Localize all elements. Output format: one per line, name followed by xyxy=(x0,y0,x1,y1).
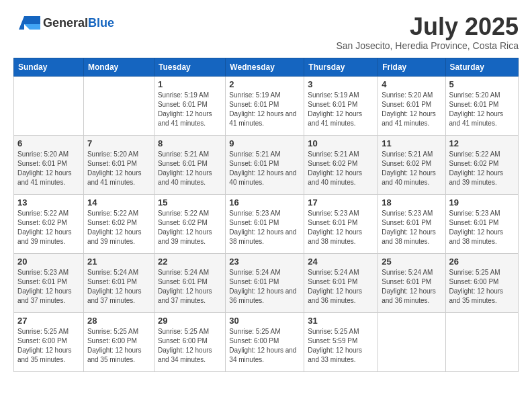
day-number: 29 xyxy=(158,316,222,326)
calendar-cell: 7Sunrise: 5:20 AM Sunset: 6:01 PM Daylig… xyxy=(83,135,154,194)
calendar-cell: 3Sunrise: 5:19 AM Sunset: 6:01 PM Daylig… xyxy=(304,76,378,135)
day-info: Sunrise: 5:21 AM Sunset: 6:01 PM Dayligh… xyxy=(229,150,300,187)
header-cell-tuesday: Tuesday xyxy=(154,58,225,76)
day-number: 15 xyxy=(158,197,222,208)
svg-marker-0 xyxy=(24,16,40,24)
calendar-cell: 27Sunrise: 5:25 AM Sunset: 6:00 PM Dayli… xyxy=(14,312,84,371)
month-title: July 2025 xyxy=(336,13,519,40)
calendar-cell: 8Sunrise: 5:21 AM Sunset: 6:01 PM Daylig… xyxy=(154,135,225,194)
day-number: 3 xyxy=(308,79,374,89)
day-number: 14 xyxy=(87,197,150,208)
calendar-cell: 4Sunrise: 5:20 AM Sunset: 6:01 PM Daylig… xyxy=(378,76,445,135)
calendar-cell: 17Sunrise: 5:23 AM Sunset: 6:01 PM Dayli… xyxy=(304,194,378,253)
header-cell-saturday: Saturday xyxy=(445,58,519,76)
calendar-cell: 11Sunrise: 5:21 AM Sunset: 6:02 PM Dayli… xyxy=(378,135,445,194)
day-info: Sunrise: 5:21 AM Sunset: 6:02 PM Dayligh… xyxy=(308,150,374,187)
day-number: 27 xyxy=(17,316,80,326)
day-info: Sunrise: 5:25 AM Sunset: 6:00 PM Dayligh… xyxy=(449,268,515,306)
header-cell-thursday: Thursday xyxy=(304,58,378,76)
day-info: Sunrise: 5:22 AM Sunset: 6:02 PM Dayligh… xyxy=(158,209,222,246)
day-number: 13 xyxy=(17,197,80,208)
day-number: 26 xyxy=(449,257,515,267)
day-info: Sunrise: 5:25 AM Sunset: 6:00 PM Dayligh… xyxy=(87,327,150,365)
day-info: Sunrise: 5:24 AM Sunset: 6:01 PM Dayligh… xyxy=(382,268,441,306)
location-subtitle: San Josecito, Heredia Province, Costa Ri… xyxy=(336,40,519,51)
day-number: 17 xyxy=(308,197,374,208)
day-number: 24 xyxy=(308,257,374,267)
day-info: Sunrise: 5:20 AM Sunset: 6:01 PM Dayligh… xyxy=(382,91,441,128)
calendar-cell xyxy=(83,76,154,135)
day-info: Sunrise: 5:22 AM Sunset: 6:02 PM Dayligh… xyxy=(87,209,150,246)
header-cell-monday: Monday xyxy=(83,58,154,76)
calendar-cell: 5Sunrise: 5:20 AM Sunset: 6:01 PM Daylig… xyxy=(445,76,519,135)
calendar-cell: 29Sunrise: 5:25 AM Sunset: 6:00 PM Dayli… xyxy=(154,312,225,371)
day-info: Sunrise: 5:23 AM Sunset: 6:01 PM Dayligh… xyxy=(382,209,441,246)
logo-icon xyxy=(13,13,40,32)
day-info: Sunrise: 5:24 AM Sunset: 6:01 PM Dayligh… xyxy=(158,268,222,306)
header-cell-sunday: Sunday xyxy=(14,58,84,76)
calendar-cell: 15Sunrise: 5:22 AM Sunset: 6:02 PM Dayli… xyxy=(154,194,225,253)
calendar-cell: 2Sunrise: 5:19 AM Sunset: 6:01 PM Daylig… xyxy=(226,76,304,135)
day-number: 7 xyxy=(87,138,150,148)
day-info: Sunrise: 5:25 AM Sunset: 6:00 PM Dayligh… xyxy=(229,327,300,365)
day-number: 23 xyxy=(229,257,300,267)
header-cell-wednesday: Wednesday xyxy=(226,58,304,76)
calendar-cell: 6Sunrise: 5:20 AM Sunset: 6:01 PM Daylig… xyxy=(14,135,84,194)
calendar-cell: 12Sunrise: 5:22 AM Sunset: 6:02 PM Dayli… xyxy=(445,135,519,194)
day-info: Sunrise: 5:19 AM Sunset: 6:01 PM Dayligh… xyxy=(158,91,222,128)
logo-blue: Blue xyxy=(88,16,114,30)
svg-marker-1 xyxy=(24,24,40,30)
calendar-cell: 26Sunrise: 5:25 AM Sunset: 6:00 PM Dayli… xyxy=(445,253,519,312)
day-info: Sunrise: 5:22 AM Sunset: 6:02 PM Dayligh… xyxy=(449,150,515,187)
day-number: 28 xyxy=(87,316,150,326)
day-number: 30 xyxy=(229,316,300,326)
day-info: Sunrise: 5:24 AM Sunset: 6:01 PM Dayligh… xyxy=(308,268,374,306)
day-info: Sunrise: 5:23 AM Sunset: 6:01 PM Dayligh… xyxy=(449,209,515,246)
calendar-cell: 1Sunrise: 5:19 AM Sunset: 6:01 PM Daylig… xyxy=(154,76,225,135)
day-number: 12 xyxy=(449,138,515,148)
day-number: 5 xyxy=(449,79,515,89)
calendar-cell xyxy=(14,76,84,135)
calendar-cell: 30Sunrise: 5:25 AM Sunset: 6:00 PM Dayli… xyxy=(226,312,304,371)
day-number: 6 xyxy=(17,138,80,148)
day-info: Sunrise: 5:23 AM Sunset: 6:01 PM Dayligh… xyxy=(17,268,80,306)
calendar-header: SundayMondayTuesdayWednesdayThursdayFrid… xyxy=(14,58,519,76)
calendar-cell: 22Sunrise: 5:24 AM Sunset: 6:01 PM Dayli… xyxy=(154,253,225,312)
day-info: Sunrise: 5:23 AM Sunset: 6:01 PM Dayligh… xyxy=(229,209,300,246)
calendar-cell: 20Sunrise: 5:23 AM Sunset: 6:01 PM Dayli… xyxy=(14,253,84,312)
day-number: 4 xyxy=(382,79,441,89)
week-row-2: 13Sunrise: 5:22 AM Sunset: 6:02 PM Dayli… xyxy=(14,194,519,253)
calendar-cell: 31Sunrise: 5:25 AM Sunset: 5:59 PM Dayli… xyxy=(304,312,378,371)
page-header: GeneralBlue July 2025 San Josecito, Here… xyxy=(13,13,519,51)
week-row-3: 20Sunrise: 5:23 AM Sunset: 6:01 PM Dayli… xyxy=(14,253,519,312)
day-info: Sunrise: 5:20 AM Sunset: 6:01 PM Dayligh… xyxy=(87,150,150,187)
day-number: 16 xyxy=(229,197,300,208)
day-info: Sunrise: 5:20 AM Sunset: 6:01 PM Dayligh… xyxy=(17,150,80,187)
calendar-cell: 28Sunrise: 5:25 AM Sunset: 6:00 PM Dayli… xyxy=(83,312,154,371)
calendar-cell: 13Sunrise: 5:22 AM Sunset: 6:02 PM Dayli… xyxy=(14,194,84,253)
calendar-table: SundayMondayTuesdayWednesdayThursdayFrid… xyxy=(13,58,519,372)
logo: GeneralBlue xyxy=(13,13,114,32)
calendar-cell: 10Sunrise: 5:21 AM Sunset: 6:02 PM Dayli… xyxy=(304,135,378,194)
day-info: Sunrise: 5:20 AM Sunset: 6:01 PM Dayligh… xyxy=(449,91,515,128)
calendar-cell: 19Sunrise: 5:23 AM Sunset: 6:01 PM Dayli… xyxy=(445,194,519,253)
day-number: 22 xyxy=(158,257,222,267)
day-info: Sunrise: 5:21 AM Sunset: 6:02 PM Dayligh… xyxy=(382,150,441,187)
header-cell-friday: Friday xyxy=(378,58,445,76)
day-info: Sunrise: 5:19 AM Sunset: 6:01 PM Dayligh… xyxy=(229,91,300,128)
calendar-body: 1Sunrise: 5:19 AM Sunset: 6:01 PM Daylig… xyxy=(14,76,519,371)
calendar-cell: 16Sunrise: 5:23 AM Sunset: 6:01 PM Dayli… xyxy=(226,194,304,253)
calendar-cell xyxy=(378,312,445,371)
week-row-4: 27Sunrise: 5:25 AM Sunset: 6:00 PM Dayli… xyxy=(14,312,519,371)
day-number: 31 xyxy=(308,316,374,326)
logo-general: General xyxy=(43,16,88,30)
calendar-cell: 9Sunrise: 5:21 AM Sunset: 6:01 PM Daylig… xyxy=(226,135,304,194)
calendar-cell: 23Sunrise: 5:24 AM Sunset: 6:01 PM Dayli… xyxy=(226,253,304,312)
day-number: 18 xyxy=(382,197,441,208)
day-info: Sunrise: 5:25 AM Sunset: 6:00 PM Dayligh… xyxy=(17,327,80,365)
calendar-cell: 18Sunrise: 5:23 AM Sunset: 6:01 PM Dayli… xyxy=(378,194,445,253)
calendar-cell: 14Sunrise: 5:22 AM Sunset: 6:02 PM Dayli… xyxy=(83,194,154,253)
week-row-0: 1Sunrise: 5:19 AM Sunset: 6:01 PM Daylig… xyxy=(14,76,519,135)
day-info: Sunrise: 5:24 AM Sunset: 6:01 PM Dayligh… xyxy=(229,268,300,306)
day-number: 19 xyxy=(449,197,515,208)
